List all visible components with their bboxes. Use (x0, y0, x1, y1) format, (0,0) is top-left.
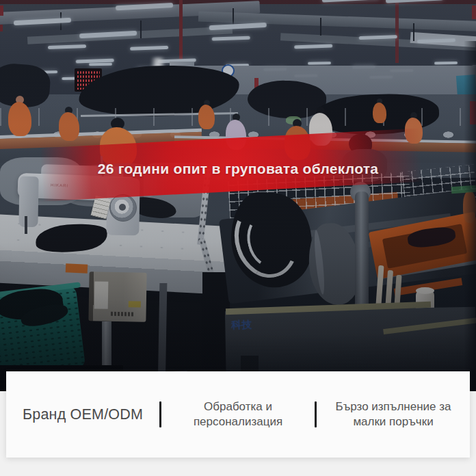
features-card: Бранд OEM/ODM Обработка и персонализация… (6, 371, 470, 458)
feature-brand-oem-odm: Бранд OEM/ODM (6, 406, 159, 423)
feature-processing-personalization: Обработка и персонализация (161, 399, 315, 429)
page: HIKARI (0, 0, 476, 476)
feature-label: Обработка и персонализация (183, 399, 293, 429)
hero-banner-title: 26 години опит в груповата облеклота (53, 161, 423, 180)
feature-fast-small-orders: Бързо изпълнение за малки поръчки (317, 399, 470, 429)
feature-label: Бързо изпълнение за малки поръчки (333, 399, 453, 429)
